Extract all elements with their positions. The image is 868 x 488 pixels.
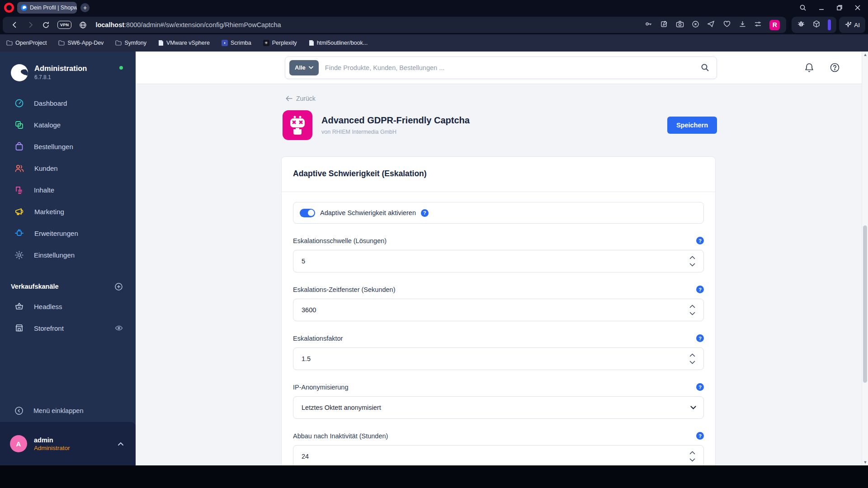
compose-note-icon[interactable]	[660, 20, 668, 30]
storefront-visibility-eye-icon[interactable]	[115, 325, 123, 331]
shopware-logo	[10, 63, 29, 82]
bookmark-scrimba[interactable]: ◗Scrimba	[222, 40, 251, 46]
send-to-device-icon[interactable]	[707, 20, 715, 29]
global-search[interactable]: Alle	[285, 56, 717, 79]
number-stepper[interactable]	[689, 451, 697, 462]
sidebar-item-erweiterungen[interactable]: Erweiterungen	[0, 222, 136, 244]
opera-logo[interactable]	[4, 3, 14, 13]
sidebar-item-kunden[interactable]: Kunden	[0, 157, 136, 179]
scroll-thumb[interactable]	[863, 225, 867, 383]
content-icon	[14, 185, 24, 195]
help-icon[interactable]	[830, 62, 840, 73]
sidebar-item-inhalte[interactable]: Inhalte	[0, 179, 136, 201]
search-filter-dropdown[interactable]: Alle	[289, 60, 319, 75]
bookmark-perplexity[interactable]: ✳Perplexity	[263, 40, 297, 46]
page-icon	[309, 40, 314, 46]
bookmark-openproject[interactable]: OpenProject	[6, 40, 47, 46]
number-stepper[interactable]	[689, 353, 697, 364]
reload-icon[interactable]	[42, 21, 50, 29]
user-role: Administrator	[34, 445, 118, 451]
help-tooltip-icon[interactable]	[696, 237, 704, 244]
sidebar-item-kataloge[interactable]: Kataloge	[0, 114, 136, 136]
adaptive-difficulty-toggle[interactable]	[300, 209, 315, 217]
browser-toolbar: VPN localhost:8000/admin#/sw/extension/c…	[0, 15, 868, 34]
bookmarks-bar: OpenProject SW6-App-Dev Symfony VMware v…	[0, 34, 868, 52]
back-icon[interactable]	[11, 21, 19, 28]
bookmark-symfony[interactable]: Symfony	[115, 40, 146, 46]
abbau-input[interactable]	[302, 453, 689, 460]
collapse-menu-button[interactable]: Menü einklappen	[0, 399, 136, 422]
help-tooltip-icon[interactable]	[421, 209, 429, 217]
new-tab-button[interactable]: +	[80, 3, 90, 12]
snapshot-camera-icon[interactable]	[676, 20, 684, 30]
ai-label: AI	[854, 22, 860, 28]
debug-bug-icon[interactable]	[797, 20, 805, 30]
sidebar-item-bestellungen[interactable]: Bestellungen	[0, 136, 136, 157]
eskalationsfaktor-input[interactable]	[302, 355, 689, 362]
help-tooltip-icon[interactable]	[696, 334, 704, 342]
eskalationsschwelle-input[interactable]	[302, 258, 689, 265]
restore-icon[interactable]	[836, 5, 843, 11]
bookmark-html5outliner[interactable]: html5outliner/book...	[309, 40, 368, 46]
number-input[interactable]	[293, 445, 704, 465]
select-chevron-down-icon	[690, 406, 696, 410]
user-name: admin	[34, 436, 118, 444]
close-icon[interactable]	[854, 5, 861, 11]
number-stepper[interactable]	[689, 305, 697, 315]
sidebar-item-einstellungen[interactable]: Einstellungen	[0, 244, 136, 266]
favorites-heart-icon[interactable]	[723, 20, 731, 29]
number-stepper[interactable]	[689, 256, 697, 267]
ai-button[interactable]: AI	[839, 17, 865, 33]
save-button[interactable]: Speichern	[667, 117, 717, 134]
shield-block-icon[interactable]	[692, 20, 699, 30]
help-tooltip-icon[interactable]	[696, 432, 704, 440]
zeitfenster-input[interactable]	[302, 306, 689, 314]
password-key-icon[interactable]	[645, 20, 653, 30]
stepper-down-icon	[689, 263, 695, 267]
settings-gear-icon	[14, 250, 24, 260]
site-info-globe-icon[interactable]	[79, 21, 87, 29]
sales-channel-storefront[interactable]: Storefront	[0, 317, 136, 339]
scroll-down-arrow[interactable]: ▼	[862, 459, 868, 465]
r-extension-icon[interactable]: R	[769, 20, 780, 30]
sidebar-item-marketing[interactable]: Marketing	[0, 201, 136, 222]
pinned-extension-bar[interactable]	[828, 19, 831, 30]
field-label: Eskalations-Zeitfenster (Sekunden)	[293, 286, 395, 293]
chevron-down-icon	[309, 66, 313, 69]
folder-icon	[115, 40, 122, 46]
tune-sliders-icon[interactable]	[754, 21, 762, 29]
number-input[interactable]	[293, 250, 704, 272]
ip-anonymisierung-select[interactable]: Letztes Oktett anonymisiert	[293, 396, 704, 419]
search-icon[interactable]	[701, 63, 709, 72]
user-menu[interactable]: A admin Administrator	[0, 422, 136, 465]
search-input[interactable]	[325, 64, 701, 71]
vpn-badge[interactable]: VPN	[57, 21, 71, 29]
scroll-up-arrow[interactable]: ▲	[862, 52, 868, 58]
bookmark-sw6-app-dev[interactable]: SW6-App-Dev	[58, 40, 104, 46]
extension-config-page: Zurück Advanced GDPR-Friendly Captcha vo…	[136, 84, 868, 465]
browser-tab[interactable]: Dein Profil | Shopware Ad	[17, 2, 77, 14]
sidebar-item-dashboard[interactable]: Dashboard	[0, 92, 136, 114]
downloads-icon[interactable]	[739, 20, 746, 30]
field-label: Abbau nach Inaktivität (Stunden)	[293, 432, 388, 440]
help-tooltip-icon[interactable]	[696, 383, 704, 391]
add-sales-channel-icon[interactable]	[114, 282, 123, 291]
bookmark-vmware-vsphere[interactable]: VMware vSphere	[158, 40, 210, 46]
stepper-down-icon	[689, 361, 695, 364]
package-cube-icon[interactable]	[812, 20, 821, 30]
sales-channel-headless[interactable]: Headless	[0, 296, 136, 317]
number-input[interactable]	[293, 347, 704, 370]
dashboard-icon	[14, 99, 24, 108]
folder-icon	[6, 40, 13, 46]
page-scrollbar[interactable]: ▲ ▼	[862, 52, 868, 465]
minimize-icon[interactable]	[818, 5, 825, 11]
avatar: A	[10, 435, 27, 452]
number-input[interactable]	[293, 299, 704, 321]
forward-icon[interactable]	[27, 21, 34, 28]
help-tooltip-icon[interactable]	[696, 286, 704, 293]
back-link[interactable]: Zurück	[286, 95, 316, 102]
url-bar[interactable]: localhost:8000/admin#/sw/extension/confi…	[95, 21, 281, 28]
tab-title: Dein Profil | Shopware Ad	[30, 5, 77, 11]
window-search-icon[interactable]	[799, 4, 807, 11]
notifications-bell-icon[interactable]	[804, 62, 814, 73]
